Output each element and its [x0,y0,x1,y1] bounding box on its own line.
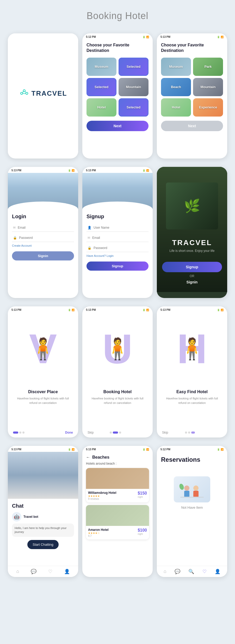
svg-rect-9 [193,491,199,497]
beach-subtitle: Hotels around beach : [86,462,149,465]
dot3-3 [191,432,195,434]
onboard3-screen: H 🧍 Easy Find Hotel Havefree booking of … [157,312,227,438]
res-nav-heart-icon[interactable]: ♡ [202,569,207,574]
dot2-2 [113,432,118,434]
email-icon-login: ✉ [13,226,16,229]
email-field-login[interactable]: ✉ [12,224,74,232]
dot-2 [19,432,21,434]
dest-card-mountain[interactable]: Mountain [119,78,149,96]
signup-title: Signup [86,214,149,220]
signin-button[interactable]: Signin [12,251,74,260]
time-reservations: 5:12 PM [160,448,170,451]
reservation-empty-label: Not Have Item [181,506,203,509]
res-nav-search-icon[interactable]: 🔍 [188,569,194,574]
onboard2-hero: U 🧍 [82,312,153,385]
chat-screen: Chat 🤖 Travel bot Hello, I am here to he… [8,452,78,577]
beach-header: ← Beaches [86,455,149,460]
row-4: 5:13 PM 🔋📶 Chat 🤖 Travel bot Hello, I am… [0,442,235,581]
reservation-empty-illustration [174,476,210,502]
destination-title-3: Choose your Favorite Destination [161,42,223,53]
create-account-link[interactable]: Create Account [12,244,74,247]
dest-card-museum2[interactable]: Museum [161,58,191,76]
hotel-card-1[interactable]: Williamsbrug Hotel ★★★★★ 9 reviews $150 … [86,468,149,502]
dark-splash-frame: 🌿 TRACVEL Life is short once. Enjoy your… [157,167,227,298]
dest-card-beach[interactable]: Beach [161,78,191,96]
dest-card-museum[interactable]: Museum [86,58,116,76]
onboard1-frame: 5:13 PM 🔋📶 V 🧍 Discover Place Havefree b… [8,306,78,438]
dest-card-label-selected1: Selected [127,65,140,69]
nav-person-icon[interactable]: 👤 [64,569,70,574]
onboard3-footer: Skip [157,428,227,438]
start-chatting-button[interactable]: Start Chatting [27,540,59,549]
onboard2-desc: Havefree booking of flight tickets with … [88,396,147,405]
chat-bottom-nav: ⌂ 💬 ♡ 👤 [8,566,78,577]
hotel-card-2[interactable]: Amaron Hotel ★★★★☆ 4.7 $100 night [86,505,149,539]
dark-signin-button[interactable]: Signin [187,280,198,284]
time-ob3: 5:13 PM [160,308,170,311]
have-account-link[interactable]: Have Account? Login [86,254,149,257]
reservations-frame: 5:12 PM 🔋📶 Reservations [157,446,227,577]
password-field-login[interactable]: 🔒 [12,234,74,242]
svg-rect-7 [184,491,189,497]
lock-icon-login: 🔒 [13,236,17,240]
dest-card-selected1[interactable]: Selected [119,58,149,76]
nav-chat-icon[interactable]: 💬 [31,569,36,574]
res-nav-chat-icon[interactable]: 💬 [175,569,180,574]
email-field-signup[interactable]: ✉ [86,234,149,242]
svg-point-0 [21,92,23,94]
res-nav-person-icon[interactable]: 👤 [215,569,220,574]
dest-card-label-beach: Beach [171,85,181,89]
dot3-1 [185,432,187,434]
dest-card-label-hotel: Hotel [97,105,106,109]
done-button[interactable]: Done [65,431,73,434]
status-bar-ob3: 5:13 PM 🔋📶 [157,306,227,312]
signup-button[interactable]: Signup [86,262,149,271]
username-input[interactable] [94,226,147,229]
dest-card-park[interactable]: Park [193,58,223,76]
dest-card-hotel[interactable]: Hotel [86,98,116,117]
status-bar-chat: 5:13 PM 🔋📶 [8,446,78,452]
nav-home-icon[interactable]: ⌂ [16,569,19,574]
hotel-price-unit-1: night [138,496,147,498]
password-field-signup[interactable]: 🔒 [86,244,149,252]
next-button-2[interactable]: Next [86,121,149,131]
skip-button-2[interactable]: Skip [88,431,94,434]
svg-point-8 [193,485,199,491]
dest-card-mountain2[interactable]: Mountain [193,78,223,96]
dest-card-selected2[interactable]: Selected [86,78,116,96]
back-arrow-beach[interactable]: ← [86,455,90,460]
skip-button-3[interactable]: Skip [162,431,168,434]
chat-message-bubble: Hello, I am here to help you through you… [12,524,74,537]
next-button-3[interactable]: Next [161,121,223,131]
username-field[interactable]: 👤 [86,224,149,232]
time-signup: 5:13 PM [86,169,96,172]
status-icons-3: 🔋📶 [217,36,224,38]
destination-grid-2: Museum Selected Selected Mountain Hotel [86,58,149,117]
lock-icon-signup: 🔒 [88,246,91,250]
reservations-bottom-nav: ⌂ 💬 🔍 ♡ 👤 [157,566,227,577]
dest-card-selected3[interactable]: Selected [119,98,149,117]
dark-signup-button[interactable]: Signup [162,262,222,272]
onboard1-content: Discover Place Havefree booking of fligh… [8,385,78,428]
time-login: 5:13 PM [11,169,21,172]
dest-card-experience[interactable]: Experience [193,98,223,117]
destination-screen-selected: 5:12 PM 🔋📶 Choose your Favorite Destinat… [82,33,153,159]
dest-card-hotel2[interactable]: Hotel [161,98,191,117]
password-input-signup[interactable] [94,246,147,250]
onboard2-content: Booking Hotel Havefree booking of flight… [82,385,153,428]
onboard3-frame: 5:13 PM 🔋📶 H 🧍 Easy Find Hotel Havefree … [157,306,227,438]
hotel-card-price-2: $100 night [138,528,147,535]
destination-content-3: Choose your Favorite Destination Museum … [157,39,227,134]
svg-line-3 [22,92,23,93]
nav-heart-icon[interactable]: ♡ [48,569,52,574]
hotel-card-info-1: Williamsbrug Hotel ★★★★★ 9 reviews $150 … [86,489,149,502]
password-input-login[interactable] [19,236,73,240]
res-nav-home-icon[interactable]: ⌂ [164,569,166,574]
chat-content: Chat 🤖 Travel bot Hello, I am here to he… [8,499,78,553]
tracvel-logo-icon [19,88,29,99]
email-input-login[interactable] [18,226,73,229]
email-input-signup[interactable] [92,236,147,240]
hotel-name-2: Amaron Hotel [88,528,109,532]
dest-card-label-mountain: Mountain [126,85,141,89]
onboard1-title: Discover Place [13,390,73,394]
